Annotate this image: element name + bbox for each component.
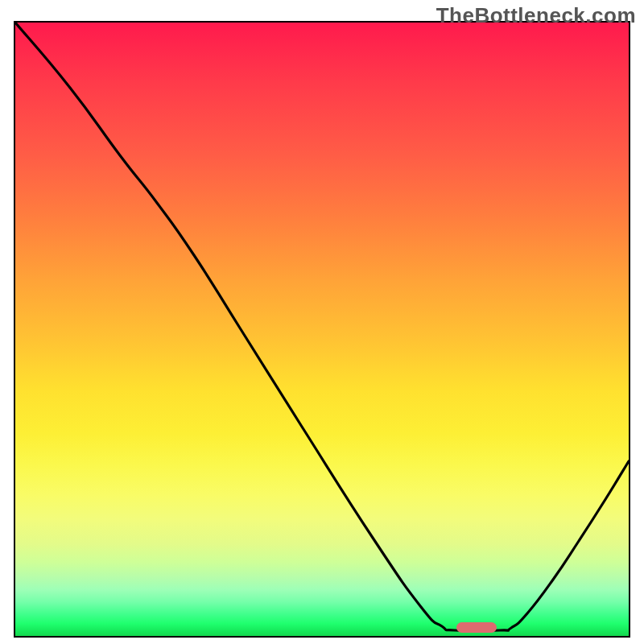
watermark-text: TheBottleneck.com	[436, 3, 636, 28]
heatmap-gradient	[15, 23, 629, 636]
stage: TheBottleneck.com	[0, 0, 644, 644]
plot-area	[15, 23, 629, 636]
optimum-marker	[456, 622, 497, 633]
